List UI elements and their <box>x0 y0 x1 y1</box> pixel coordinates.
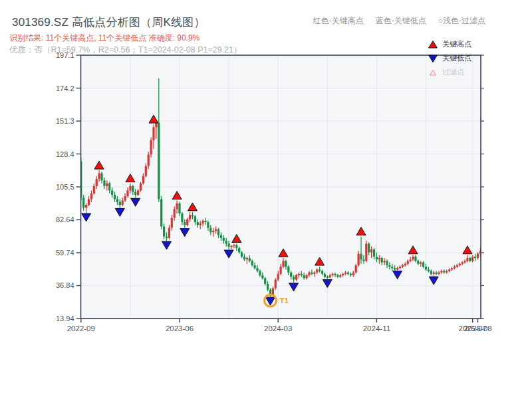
y-tick-label: 174.2 <box>56 84 74 92</box>
t1-label: T1 <box>280 297 289 305</box>
candle-body <box>436 273 438 274</box>
candle-body <box>410 259 412 261</box>
candle-body <box>246 258 248 259</box>
candle-body <box>142 176 144 184</box>
candle-body <box>443 271 445 273</box>
blue-down-triangle-icon <box>428 55 438 63</box>
candle-body <box>166 237 168 238</box>
candle-body <box>209 228 211 232</box>
candle-body <box>192 215 194 216</box>
candle-body <box>313 273 315 274</box>
candle-body <box>241 252 243 256</box>
candle-body <box>370 249 372 252</box>
candle-body <box>124 196 126 200</box>
x-tick-label: 2022-09 <box>67 325 95 332</box>
candle-body <box>150 140 152 155</box>
candle-body <box>306 275 308 278</box>
candle-body <box>197 222 199 225</box>
candle-body <box>399 267 401 268</box>
candle-body <box>186 219 188 225</box>
candle-body <box>446 271 448 273</box>
candle-body <box>178 203 180 213</box>
candle-body <box>202 221 204 223</box>
candle-body <box>404 264 406 265</box>
candle-body <box>256 268 258 271</box>
candle-body <box>440 271 442 273</box>
candle-body <box>280 267 282 274</box>
candle-body <box>336 275 338 277</box>
candle-body <box>251 261 253 265</box>
candle-body <box>360 254 362 260</box>
candle-body <box>464 261 466 262</box>
candle-body <box>277 274 279 280</box>
candle-body <box>282 261 284 267</box>
y-tick-label: 128.4 <box>56 150 74 158</box>
candle-body <box>181 213 183 222</box>
candle-body <box>362 259 364 261</box>
candle-body <box>420 263 422 264</box>
legend-label: 关键高点 <box>442 39 471 49</box>
candle-body <box>471 257 473 261</box>
candle-body <box>321 271 323 274</box>
legend-item-key-low: 关键低点 <box>428 51 489 65</box>
candle-body <box>308 273 310 275</box>
candle-body <box>90 194 92 200</box>
candle-body <box>171 218 173 228</box>
candle-body <box>287 267 289 273</box>
candle-body <box>88 199 90 205</box>
candle-body <box>264 278 266 284</box>
candle-body <box>212 231 214 232</box>
candle-body <box>454 267 456 268</box>
candle-body <box>126 190 128 196</box>
candle-body <box>358 254 360 265</box>
candle-body <box>163 226 165 236</box>
candle-body <box>462 263 464 264</box>
candle-body <box>344 273 346 274</box>
candle-body <box>184 222 186 225</box>
candle-body <box>293 277 295 279</box>
candle-body <box>111 190 113 194</box>
candle-body <box>373 249 375 257</box>
candle-body <box>220 235 222 237</box>
candle-body <box>215 229 217 231</box>
candle-body <box>339 275 341 277</box>
candle-body <box>381 258 383 262</box>
candle-body <box>417 261 419 263</box>
candle-body <box>223 238 225 241</box>
candle-body <box>194 216 196 222</box>
candle-body <box>235 245 237 248</box>
candle-body <box>327 277 329 278</box>
candle-body <box>160 199 162 226</box>
candle-body <box>228 243 230 246</box>
candle-body <box>106 184 108 186</box>
candle-body <box>259 271 261 275</box>
light-outline-triangle-icon <box>428 68 438 76</box>
y-tick-label: 36.84 <box>56 281 74 289</box>
y-tick-label: 105.5 <box>56 183 74 191</box>
candle-body <box>350 274 352 275</box>
candle-body <box>298 274 300 275</box>
candle-body <box>129 186 131 190</box>
candle-body <box>122 201 124 205</box>
candle-body <box>469 258 471 261</box>
candle-body <box>204 221 206 222</box>
candle-body <box>189 215 191 219</box>
candle-body <box>174 209 176 218</box>
candle-body <box>243 257 245 259</box>
candle-body <box>425 267 427 269</box>
candle-body <box>114 195 116 199</box>
candle-body <box>275 279 277 288</box>
candle-body <box>430 271 432 274</box>
candle-body <box>376 257 378 259</box>
candle-body <box>352 273 354 275</box>
legend-item-filtered: 过滤点 <box>428 65 489 79</box>
candle-body <box>391 267 393 268</box>
candle-body <box>77 150 79 162</box>
candle-body <box>134 192 136 195</box>
candle-body <box>347 273 349 274</box>
candle-body <box>168 228 170 238</box>
candle-body <box>378 258 380 259</box>
candle-body <box>148 154 150 166</box>
candle-body <box>448 269 450 271</box>
candle-body <box>103 180 105 186</box>
